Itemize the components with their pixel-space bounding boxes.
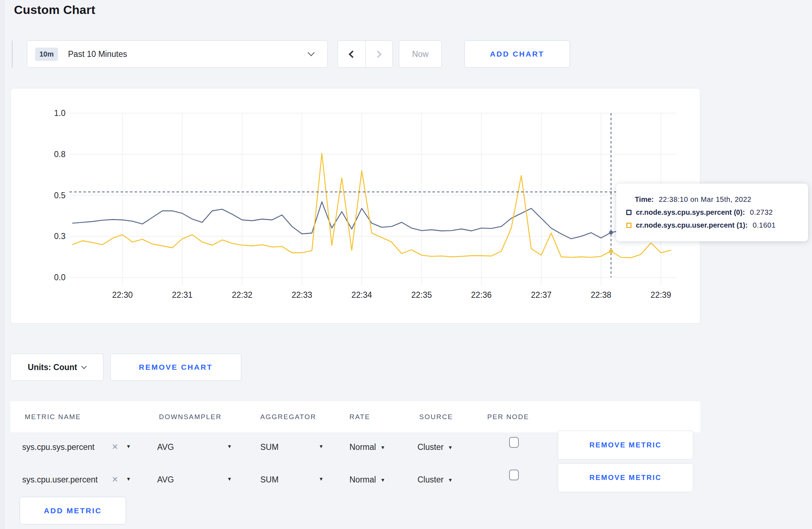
metric-name-select[interactable]: sys.cpu.user.percent [22,475,98,485]
source-select[interactable]: Cluster▼ [417,442,453,452]
remove-metric-button[interactable]: REMOVE METRIC [558,431,693,460]
chevron-down-icon [308,49,315,56]
caret-down-icon: ▼ [227,443,232,449]
svg-text:0.8: 0.8 [54,150,66,159]
aggregator-select[interactable]: SUM [260,442,279,452]
toolbar-divider [12,40,13,68]
tooltip-series-0-value: 0.2732 [750,208,773,217]
tooltip-series-1-label: cr.node.sys.cpu.user.percent (1): [636,221,748,229]
header-source: SOURCE [419,401,453,432]
tooltip-time-value: 22:38:10 on Mar 15th, 2022 [659,195,751,204]
rate-select[interactable]: Normal▼ [349,442,385,452]
now-button[interactable]: Now [399,40,442,68]
svg-text:22:38: 22:38 [591,290,612,300]
units-label: Units: Count [28,363,77,372]
chevron-right-icon [374,50,382,58]
time-forward-button[interactable] [365,41,393,67]
series-sys-swatch-icon [626,210,632,215]
chevron-down-icon [81,363,87,369]
add-chart-button[interactable]: ADD CHART [464,40,570,68]
chart-card: 0.00.30.50.81.022:3022:3122:3222:3322:34… [10,88,700,324]
svg-text:0.5: 0.5 [54,191,66,200]
units-select[interactable]: Units: Count [10,354,103,381]
rate-select[interactable]: Normal▼ [349,475,385,485]
header-aggregator: AGGREGATOR [260,401,316,432]
clear-metric-icon[interactable]: ✕ [112,442,118,452]
caret-down-icon: ▼ [380,477,385,483]
svg-text:22:30: 22:30 [112,290,133,300]
downsampler-select[interactable]: AVG [157,475,174,485]
clear-metric-icon[interactable]: ✕ [112,475,118,484]
caret-down-icon: ▼ [448,477,453,483]
page-title: Custom Chart [14,3,95,17]
chart-tooltip: Time: 22:38:10 on Mar 15th, 2022 cr.node… [616,184,808,241]
tooltip-series-0-label: cr.node.sys.cpu.sys.percent (0): [636,208,745,217]
caret-down-icon: ▼ [448,445,453,450]
remove-chart-button[interactable]: REMOVE CHART [110,354,241,381]
header-downsampler: DOWNSAMPLER [159,401,222,432]
add-metric-button[interactable]: ADD METRIC [20,497,126,524]
time-range-label: Past 10 Minutes [68,49,127,59]
svg-text:22:31: 22:31 [172,290,193,300]
svg-text:22:32: 22:32 [232,290,252,300]
source-select[interactable]: Cluster▼ [417,475,453,485]
tooltip-time-label: Time: [635,195,654,204]
caret-down-icon: ▼ [126,476,131,482]
caret-down-icon: ▼ [380,445,385,450]
series-user-swatch-icon [626,223,632,228]
caret-down-icon: ▼ [319,476,324,482]
header-rate: RATE [349,401,370,432]
svg-text:22:33: 22:33 [292,290,313,300]
svg-text:1.0: 1.0 [54,108,66,118]
svg-text:22:37: 22:37 [531,290,552,300]
caret-down-icon: ▼ [319,443,324,449]
custom-chart-plot[interactable]: 0.00.30.50.81.022:3022:3122:3222:3322:34… [11,88,701,324]
remove-metric-button[interactable]: REMOVE METRIC [558,463,693,492]
svg-text:0.0: 0.0 [54,273,66,282]
per-node-checkbox[interactable] [509,437,519,448]
svg-text:0.3: 0.3 [54,232,66,241]
svg-text:22:34: 22:34 [352,290,372,300]
page-left-edge [0,0,5,529]
tooltip-series-1-value: 0.1601 [753,221,775,229]
svg-text:22:36: 22:36 [471,290,492,300]
time-back-button[interactable] [338,41,365,67]
caret-down-icon: ▼ [126,443,131,449]
metric-name-select[interactable]: sys.cpu.sys.percent [22,442,95,452]
caret-down-icon: ▼ [227,476,232,482]
downsampler-select[interactable]: AVG [157,442,174,452]
svg-text:22:39: 22:39 [651,290,671,300]
time-pager [338,40,393,68]
per-node-checkbox[interactable] [509,470,519,480]
time-range-badge: 10m [35,48,58,61]
header-metric-name: METRIC NAME [25,401,81,432]
metrics-table-header: METRIC NAME DOWNSAMPLER AGGREGATOR RATE … [10,401,700,432]
aggregator-select[interactable]: SUM [260,475,279,485]
chevron-left-icon [349,50,356,58]
header-per-node: PER NODE [487,401,529,432]
svg-text:22:35: 22:35 [411,290,432,300]
time-range-select[interactable]: 10m Past 10 Minutes [27,40,328,68]
